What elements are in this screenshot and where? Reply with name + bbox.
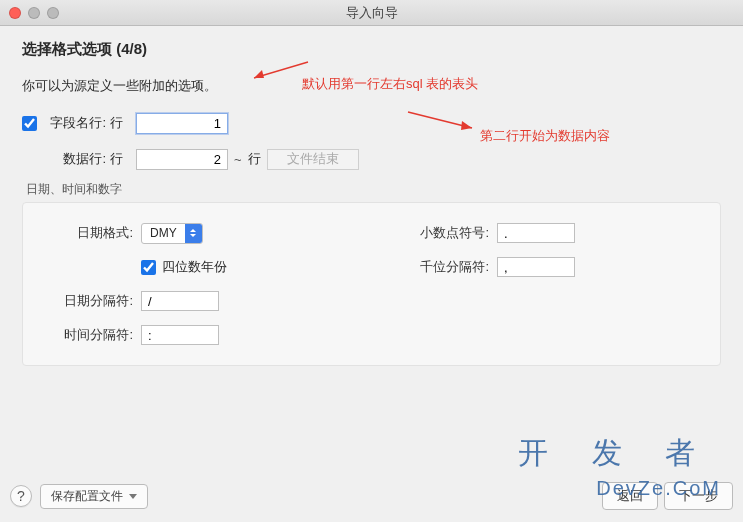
field-name-row-input[interactable] (136, 113, 228, 134)
panel-left-col: 日期格式: DMY 四位数年份 日期分隔符: 时间分隔符: (41, 221, 227, 347)
data-row-end-input (267, 149, 359, 170)
footer: ? 保存配置文件 返回 下一步 (10, 482, 733, 510)
data-row-label: 数据行: (44, 150, 106, 168)
field-name-row: 字段名行: 行 (22, 109, 721, 137)
window-title: 导入向导 (0, 4, 743, 22)
field-name-label: 字段名行: (44, 114, 106, 132)
four-digit-year-checkbox[interactable] (141, 260, 156, 275)
row-unit-1: 行 (110, 114, 132, 132)
date-format-value: DMY (142, 224, 185, 243)
minimize-icon[interactable] (28, 7, 40, 19)
time-sep-input[interactable] (141, 325, 219, 345)
row-unit-3: 行 (248, 150, 261, 168)
decimal-input[interactable] (497, 223, 575, 243)
annotation-1: 默认用第一行左右sql 表的表头 (302, 75, 478, 93)
date-sep-label: 日期分隔符: (41, 292, 133, 310)
thousand-input[interactable] (497, 257, 575, 277)
thousand-label: 千位分隔符: (397, 258, 489, 276)
chevron-updown-icon (185, 224, 202, 243)
close-icon[interactable] (9, 7, 21, 19)
titlebar: 导入向导 (0, 0, 743, 26)
date-format-label: 日期格式: (41, 224, 133, 242)
back-button[interactable]: 返回 (602, 482, 658, 510)
page-title: 选择格式选项 (4/8) (22, 40, 721, 59)
date-sep-row: 日期分隔符: (41, 289, 227, 313)
annotation-2: 第二行开始为数据内容 (480, 127, 610, 145)
save-profile-label: 保存配置文件 (51, 488, 123, 505)
data-row-start-input[interactable] (136, 149, 228, 170)
group-label: 日期、时间和数字 (26, 181, 721, 198)
field-name-checkbox[interactable] (22, 116, 37, 131)
date-format-select[interactable]: DMY (141, 223, 203, 244)
time-sep-label: 时间分隔符: (41, 326, 133, 344)
help-button[interactable]: ? (10, 485, 32, 507)
chevron-down-icon (129, 494, 137, 499)
date-format-row: 日期格式: DMY (41, 221, 227, 245)
zoom-icon[interactable] (47, 7, 59, 19)
watermark-cn: 开 发 者 (518, 433, 713, 474)
four-digit-year-row: 四位数年份 (41, 255, 227, 279)
panel-right-col: 小数点符号: 千位分隔符: (397, 221, 575, 347)
next-button[interactable]: 下一步 (664, 482, 733, 510)
data-row: 数据行: 行 ~ 行 (22, 145, 721, 173)
svg-line-0 (254, 62, 308, 78)
four-digit-year-label: 四位数年份 (162, 258, 227, 276)
decimal-row: 小数点符号: (397, 221, 575, 245)
traffic-lights (9, 7, 59, 19)
range-tilde: ~ (234, 152, 242, 167)
settings-panel: 日期格式: DMY 四位数年份 日期分隔符: 时间分隔符: (22, 202, 721, 366)
row-unit-2: 行 (110, 150, 132, 168)
save-profile-button[interactable]: 保存配置文件 (40, 484, 148, 509)
time-sep-row: 时间分隔符: (41, 323, 227, 347)
date-sep-input[interactable] (141, 291, 219, 311)
decimal-label: 小数点符号: (397, 224, 489, 242)
thousand-row: 千位分隔符: (397, 255, 575, 279)
content-area: 选择格式选项 (4/8) 你可以为源定义一些附加的选项。 字段名行: 行 数据行… (0, 26, 743, 366)
